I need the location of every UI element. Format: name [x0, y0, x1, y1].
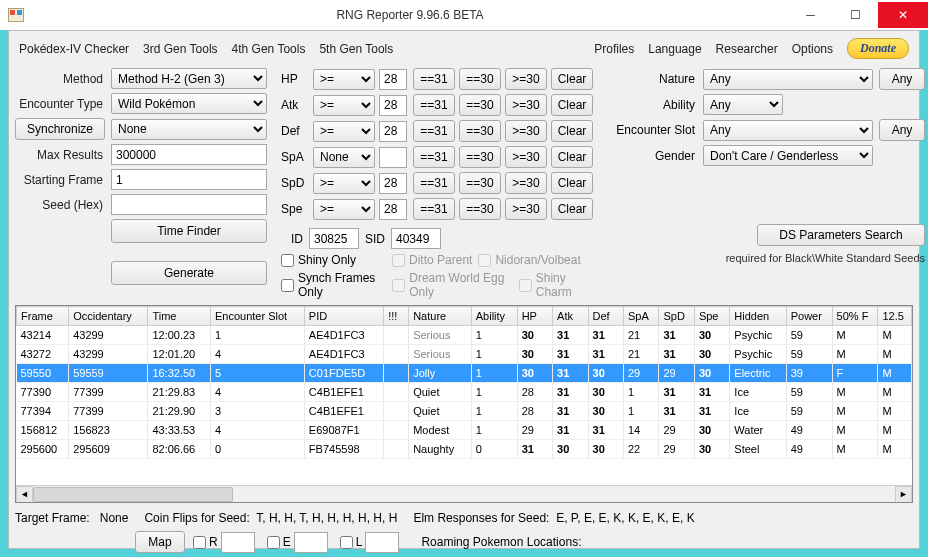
- max-results-input[interactable]: [111, 144, 267, 165]
- col-atk[interactable]: Atk: [553, 307, 588, 326]
- r-input[interactable]: [221, 532, 255, 553]
- scroll-left-arrow[interactable]: ◄: [16, 486, 33, 503]
- col--[interactable]: !!!: [384, 307, 409, 326]
- col-def[interactable]: Def: [588, 307, 623, 326]
- iv-SpA-op[interactable]: None: [313, 147, 375, 168]
- scroll-right-arrow[interactable]: ►: [895, 486, 912, 503]
- table-row[interactable]: 773947739921:29.903C4B1EFE1Quiet12831301…: [17, 402, 912, 421]
- horizontal-scrollbar[interactable]: ◄ ►: [16, 485, 912, 502]
- col-spe[interactable]: Spe: [694, 307, 729, 326]
- iv-Spe-clear[interactable]: Clear: [551, 198, 593, 220]
- id-input[interactable]: [309, 228, 359, 249]
- iv-Def-value[interactable]: [379, 121, 407, 142]
- scroll-thumb[interactable]: [33, 487, 233, 502]
- nature-any-button[interactable]: Any: [879, 68, 925, 90]
- iv-Spe-eq30[interactable]: ==30: [459, 198, 501, 220]
- menu-language[interactable]: Language: [648, 42, 701, 56]
- iv-Spe-eq31[interactable]: ==31: [413, 198, 455, 220]
- table-row[interactable]: 29560029560982:06.660FB745598Naughty0313…: [17, 440, 912, 459]
- e-input[interactable]: [294, 532, 328, 553]
- iv-Def-eq31[interactable]: ==31: [413, 120, 455, 142]
- iv-Def-ge30[interactable]: >=30: [505, 120, 547, 142]
- iv-Atk-op[interactable]: >=: [313, 95, 375, 116]
- iv-Atk-eq31[interactable]: ==31: [413, 94, 455, 116]
- maximize-button[interactable]: ☐: [833, 2, 878, 28]
- seed-input[interactable]: [111, 194, 267, 215]
- menu-researcher[interactable]: Researcher: [716, 42, 778, 56]
- iv-Def-op[interactable]: >=: [313, 121, 375, 142]
- col-time[interactable]: Time: [148, 307, 211, 326]
- method-select[interactable]: Method H-2 (Gen 3): [111, 68, 267, 89]
- iv-SpA-ge30[interactable]: >=30: [505, 146, 547, 168]
- iv-HP-eq31[interactable]: ==31: [413, 68, 455, 90]
- synchronize-select[interactable]: None: [111, 119, 267, 140]
- table-row[interactable]: 432724329912:01.204AE4D1FC3Serious130313…: [17, 345, 912, 364]
- generate-button[interactable]: Generate: [111, 261, 267, 285]
- iv-SpD-eq30[interactable]: ==30: [459, 172, 501, 194]
- table-row[interactable]: 595505955916:32.505C01FDE5DJolly13031302…: [17, 364, 912, 383]
- map-button[interactable]: Map: [135, 531, 185, 553]
- table-row[interactable]: 432144329912:00.231AE4D1FC3Serious130313…: [17, 326, 912, 345]
- synchronize-button[interactable]: Synchronize: [15, 118, 105, 140]
- results-grid[interactable]: FrameOccidentaryTimeEncounter SlotPID!!!…: [15, 305, 913, 503]
- encounter-slot-select[interactable]: Any: [703, 120, 873, 141]
- iv-SpA-clear[interactable]: Clear: [551, 146, 593, 168]
- col-12-5[interactable]: 12.5: [878, 307, 912, 326]
- menu-pokedex[interactable]: Pokédex-IV Checker: [19, 42, 129, 56]
- close-button[interactable]: ✕: [878, 2, 928, 28]
- iv-SpD-op[interactable]: >=: [313, 173, 375, 194]
- iv-SpA-value[interactable]: [379, 147, 407, 168]
- encounter-type-select[interactable]: Wild Pokémon: [111, 93, 267, 114]
- iv-SpA-eq30[interactable]: ==30: [459, 146, 501, 168]
- col-hp[interactable]: HP: [517, 307, 552, 326]
- col-ability[interactable]: Ability: [471, 307, 517, 326]
- iv-Spe-op[interactable]: >=: [313, 199, 375, 220]
- col-hidden[interactable]: Hidden: [730, 307, 786, 326]
- minimize-button[interactable]: ─: [788, 2, 833, 28]
- iv-HP-clear[interactable]: Clear: [551, 68, 593, 90]
- sid-input[interactable]: [391, 228, 441, 249]
- iv-Atk-eq30[interactable]: ==30: [459, 94, 501, 116]
- col-occidentary[interactable]: Occidentary: [69, 307, 148, 326]
- iv-HP-ge30[interactable]: >=30: [505, 68, 547, 90]
- iv-Atk-ge30[interactable]: >=30: [505, 94, 547, 116]
- col-nature[interactable]: Nature: [409, 307, 472, 326]
- iv-HP-eq30[interactable]: ==30: [459, 68, 501, 90]
- col-spa[interactable]: SpA: [623, 307, 658, 326]
- iv-SpA-eq31[interactable]: ==31: [413, 146, 455, 168]
- l-check[interactable]: L: [340, 532, 400, 553]
- donate-button[interactable]: Donate: [847, 38, 909, 59]
- iv-Spe-ge30[interactable]: >=30: [505, 198, 547, 220]
- col-encounter-slot[interactable]: Encounter Slot: [210, 307, 304, 326]
- ds-parameters-button[interactable]: DS Parameters Search: [757, 224, 925, 246]
- iv-SpD-eq31[interactable]: ==31: [413, 172, 455, 194]
- time-finder-button[interactable]: Time Finder: [111, 219, 267, 243]
- menu-options[interactable]: Options: [792, 42, 833, 56]
- iv-HP-op[interactable]: >=: [313, 69, 375, 90]
- col-spd[interactable]: SpD: [659, 307, 694, 326]
- encounter-slot-any-button[interactable]: Any: [879, 119, 925, 141]
- col-frame[interactable]: Frame: [17, 307, 69, 326]
- starting-frame-input[interactable]: [111, 169, 267, 190]
- iv-Def-eq30[interactable]: ==30: [459, 120, 501, 142]
- iv-HP-value[interactable]: [379, 69, 407, 90]
- menu-3rd-gen[interactable]: 3rd Gen Tools: [143, 42, 218, 56]
- iv-Def-clear[interactable]: Clear: [551, 120, 593, 142]
- iv-SpD-ge30[interactable]: >=30: [505, 172, 547, 194]
- iv-Spe-value[interactable]: [379, 199, 407, 220]
- menu-4th-gen[interactable]: 4th Gen Tools: [232, 42, 306, 56]
- iv-SpD-clear[interactable]: Clear: [551, 172, 593, 194]
- table-row[interactable]: 15681215682343:33.534E69087F1Modest12931…: [17, 421, 912, 440]
- nature-select[interactable]: Any: [703, 69, 873, 90]
- ability-select[interactable]: Any: [703, 94, 783, 115]
- menu-5th-gen[interactable]: 5th Gen Tools: [319, 42, 393, 56]
- e-check[interactable]: E: [267, 532, 328, 553]
- iv-SpD-value[interactable]: [379, 173, 407, 194]
- col-50-f[interactable]: 50% F: [832, 307, 878, 326]
- iv-Atk-value[interactable]: [379, 95, 407, 116]
- table-row[interactable]: 773907739921:29.834C4B1EFE1Quiet12831301…: [17, 383, 912, 402]
- r-check[interactable]: R: [193, 532, 255, 553]
- synch-frames-check[interactable]: Synch Frames Only: [281, 271, 386, 299]
- col-power[interactable]: Power: [786, 307, 832, 326]
- shiny-only-check[interactable]: Shiny Only: [281, 253, 356, 267]
